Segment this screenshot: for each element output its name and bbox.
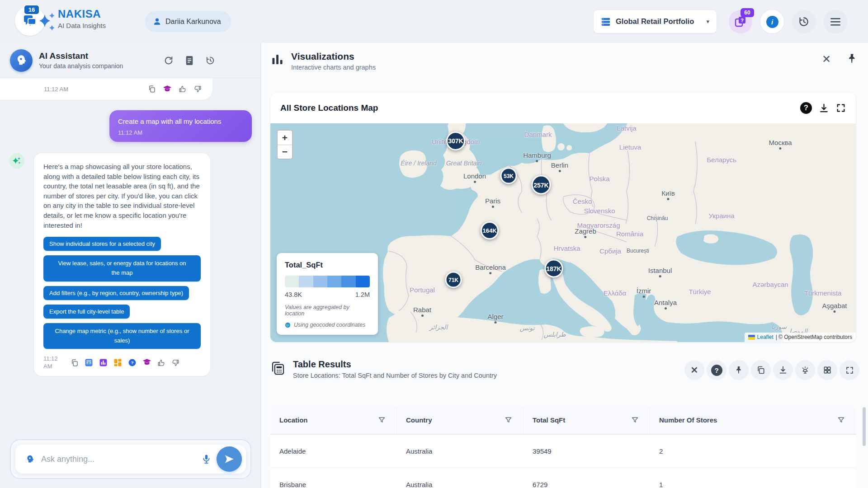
- table-row[interactable]: Adelaide Australia 39549 2: [270, 435, 856, 468]
- map-card: All Store Locations Map ?: [270, 93, 856, 342]
- menu-button[interactable]: [824, 10, 847, 33]
- filter-funnel-icon[interactable]: [837, 416, 845, 424]
- results-table: Location Country Total SqFt: [270, 406, 856, 488]
- download-table-button[interactable]: [773, 360, 793, 380]
- notification-badge: 16: [24, 5, 40, 15]
- insights-lamp-button[interactable]: [795, 360, 815, 380]
- thumbs-up-icon[interactable]: [157, 359, 165, 367]
- map-place-label: Azərbaycan: [752, 281, 788, 288]
- fullscreen-table-button[interactable]: [840, 360, 859, 380]
- suggestion-button[interactable]: Show individual stores for a selected ci…: [43, 237, 161, 251]
- svg-text:?: ?: [741, 18, 744, 23]
- assistant-head-icon: [25, 455, 35, 464]
- grid-layout-button[interactable]: [817, 360, 837, 380]
- table-view-icon[interactable]: [85, 358, 93, 367]
- map-place-label: Portugal: [410, 286, 435, 294]
- assistant-avatar: [10, 49, 33, 72]
- table-column-header: Number Of Stores: [650, 406, 856, 434]
- map-cluster-marker[interactable]: 71K: [445, 272, 462, 288]
- fullscreen-icon[interactable]: [836, 103, 846, 113]
- pin-visualizations-button[interactable]: [846, 53, 858, 64]
- map-cluster-marker[interactable]: 307K: [446, 131, 465, 150]
- map-place-label: Украина: [708, 212, 734, 220]
- leaflet-link[interactable]: Leaflet: [757, 334, 774, 340]
- user-account-button[interactable]: Dariia Karkunova: [145, 11, 231, 32]
- thumbs-up-icon[interactable]: [179, 85, 187, 93]
- map-place-label: Latvija: [617, 124, 636, 132]
- portfolio-dropdown[interactable]: Global Retail Portfolio ▾: [593, 9, 717, 33]
- visualizations-panel: Visualizations Interactive charts and gr…: [261, 43, 868, 488]
- filter-funnel-icon[interactable]: [505, 416, 512, 424]
- map-place-label: Москва: [769, 139, 792, 150]
- map-place-label: Türkmenista: [804, 289, 842, 297]
- copy-table-button[interactable]: [751, 360, 771, 380]
- zoom-out-button[interactable]: −: [278, 145, 292, 159]
- map-cluster-marker[interactable]: 164K: [481, 221, 499, 239]
- history-button[interactable]: [792, 10, 816, 33]
- visualizations-subtitle: Interactive charts and graphs: [291, 64, 376, 71]
- copy-icon[interactable]: [71, 359, 79, 367]
- assistant-message-text: Here's a map showcasing all your store l…: [43, 162, 201, 230]
- copy-icon[interactable]: [148, 85, 156, 93]
- chat-history-icon[interactable]: [205, 56, 215, 66]
- thumbs-down-icon[interactable]: [171, 359, 179, 367]
- assistant-message-footer: 11:12 AM ?: [43, 355, 201, 370]
- send-button[interactable]: [217, 446, 242, 472]
- map-place-label: București: [627, 248, 649, 254]
- map-card-header: All Store Locations Map ?: [270, 93, 856, 123]
- close-table-button[interactable]: ✕: [684, 360, 704, 380]
- assistant-message-actions: ?: [71, 358, 179, 367]
- table-help-button[interactable]: ?: [707, 360, 726, 380]
- map-cluster-marker[interactable]: 257K: [532, 175, 551, 195]
- microphone-button[interactable]: [202, 454, 211, 465]
- map-cluster-marker[interactable]: 53K: [500, 168, 517, 184]
- chat-input-container: [10, 439, 251, 479]
- help-cards-button[interactable]: ? 60: [729, 10, 752, 33]
- graduation-cap-icon[interactable]: [142, 359, 151, 366]
- graduation-cap-icon[interactable]: [163, 85, 172, 93]
- filter-funnel-icon[interactable]: [378, 416, 386, 424]
- chat-input-bar: [15, 445, 246, 474]
- ukraine-flag-icon: [748, 335, 755, 340]
- legend-geo-note: Using geocoded coordinates: [285, 322, 370, 328]
- map-zoom-control: + −: [277, 130, 293, 160]
- map-cluster-marker[interactable]: 187K: [545, 259, 563, 278]
- filter-funnel-icon[interactable]: [631, 416, 639, 424]
- app-root: 16 NAKISA AI Data Insights Dariia Karkun…: [0, 0, 868, 488]
- map-place-label: Србија: [599, 247, 621, 255]
- chat-text-input[interactable]: [41, 455, 202, 464]
- legend-swatch: [285, 276, 299, 287]
- map-place-label: Slovensko: [584, 207, 615, 215]
- brand-subtitle: AI Data Insights: [58, 22, 106, 29]
- close-visualizations-button[interactable]: ✕: [822, 53, 831, 66]
- store-locations-map[interactable]: United KingdomGreat BritainÉire / Irelan…: [270, 123, 856, 342]
- suggestion-button[interactable]: Export the full city-level table: [43, 305, 130, 319]
- chat-message-list[interactable]: 11:12 AM Create a map with all my locati…: [0, 78, 260, 434]
- map-place-label: Hamburg: [523, 151, 551, 162]
- scrollbar-thumb[interactable]: [863, 407, 866, 446]
- bar-chart-view-icon[interactable]: [99, 358, 108, 367]
- assistant-message: Here's a map showcasing all your store l…: [0, 153, 260, 376]
- pin-table-button[interactable]: [729, 360, 749, 380]
- thumbs-down-icon[interactable]: [193, 85, 202, 93]
- help-circle-icon[interactable]: ?: [128, 358, 137, 367]
- dashboard-view-icon[interactable]: [113, 358, 122, 367]
- map-place-label: Barcelona: [475, 263, 506, 274]
- map-help-button[interactable]: ?: [800, 102, 812, 114]
- cell-country: Australia: [397, 468, 524, 488]
- legend-min: 43.8K: [285, 291, 302, 298]
- suggestion-button[interactable]: Add filters (e.g., by region, country, o…: [43, 286, 189, 300]
- suggestion-button[interactable]: Change map metric (e.g., show number of …: [43, 323, 201, 349]
- refresh-icon[interactable]: [164, 56, 174, 66]
- zoom-in-button[interactable]: +: [278, 131, 292, 145]
- legend-max: 1.2M: [355, 291, 370, 298]
- download-icon[interactable]: [819, 103, 829, 113]
- map-place-label: طرابلس: [543, 331, 566, 338]
- document-icon[interactable]: [185, 56, 194, 66]
- legend-swatch: [341, 276, 355, 287]
- info-button[interactable]: i: [760, 10, 784, 33]
- table-row[interactable]: Brisbane Australia 6729 1: [270, 468, 856, 488]
- map-place-label: Беларусь: [707, 156, 736, 164]
- suggestion-button[interactable]: View lease, sales, or energy data for lo…: [43, 255, 201, 282]
- map-place-label: Ελλάδα: [604, 289, 626, 297]
